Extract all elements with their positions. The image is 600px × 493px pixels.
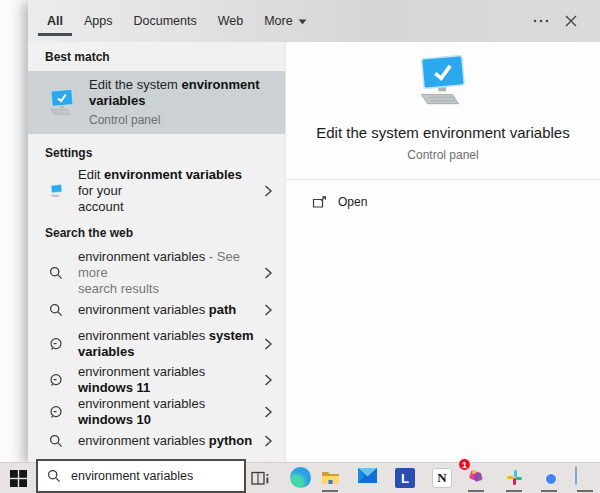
notion-icon[interactable]: N xyxy=(432,468,453,489)
settings-result-env-vars-account[interactable]: Edit environment variables for your acco… xyxy=(28,167,285,215)
l-app-icon[interactable]: L xyxy=(395,468,416,489)
open-label: Open xyxy=(338,195,367,209)
web-suggestion-path[interactable]: environment variables path xyxy=(28,297,285,323)
tab-documents-label: Documents xyxy=(133,14,196,28)
tab-web[interactable]: Web xyxy=(216,0,245,42)
tab-all-label: All xyxy=(47,14,63,28)
suggestion-bubble-icon xyxy=(45,373,67,387)
preview-subtitle: Control panel xyxy=(407,148,478,162)
web-suggestion-windows-10[interactable]: environment variables windows 10 xyxy=(28,396,285,428)
taskbar-search-box[interactable] xyxy=(36,459,246,493)
tab-apps-label: Apps xyxy=(84,14,113,28)
notepad-icon[interactable] xyxy=(575,467,596,488)
best-match-subtitle: Control panel xyxy=(89,112,273,128)
close-button[interactable] xyxy=(556,0,586,42)
monitor-check-icon xyxy=(412,55,474,113)
suggestion-bubble-icon xyxy=(45,337,67,351)
start-button[interactable] xyxy=(8,469,29,488)
search-icon xyxy=(45,303,67,317)
results-pane: Best match Edit the system environment v… xyxy=(28,42,285,462)
search-icon xyxy=(47,469,61,483)
best-match-result[interactable]: Edit the system environment variables Co… xyxy=(28,71,285,134)
web-suggestions-list: environment variables - See more search … xyxy=(28,249,285,462)
running-indicator xyxy=(468,490,484,492)
settings-result-text: Edit environment variables for your acco… xyxy=(78,167,257,215)
web-suggestion-python[interactable]: environment variables python xyxy=(28,428,285,454)
file-explorer-icon[interactable] xyxy=(320,467,341,488)
running-indicator xyxy=(577,490,593,492)
monitor-small-icon xyxy=(45,184,67,198)
task-view-button[interactable] xyxy=(250,470,269,487)
tab-apps[interactable]: Apps xyxy=(82,0,115,42)
mail-icon[interactable] xyxy=(357,467,378,488)
tab-all[interactable]: All xyxy=(45,0,65,42)
settings-header: Settings xyxy=(28,134,285,167)
windows-logo-icon xyxy=(10,470,27,487)
web-suggestion-system-variables[interactable]: environment variables system variables xyxy=(28,323,285,364)
suggestion-bubble-icon xyxy=(45,405,67,419)
search-flyout: All Apps Documents Web More xyxy=(28,0,600,462)
search-input[interactable] xyxy=(69,468,238,484)
open-action[interactable]: Open xyxy=(286,180,600,209)
divider xyxy=(286,179,600,180)
preview-pane: Edit the system environment variables Co… xyxy=(285,42,600,462)
ellipsis-menu-button[interactable] xyxy=(526,0,556,42)
web-suggestion-see-more[interactable]: environment variables - See more search … xyxy=(28,249,285,297)
running-indicator xyxy=(322,490,338,492)
ellipsis-icon xyxy=(533,19,549,23)
tab-more-label: More xyxy=(264,14,292,28)
search-the-web-header: Search the web xyxy=(28,215,285,247)
running-indicator xyxy=(541,490,557,492)
search-filter-tabbar: All Apps Documents Web More xyxy=(28,0,600,42)
search-icon xyxy=(45,434,67,448)
chevron-right-icon xyxy=(257,337,273,351)
open-external-icon xyxy=(312,196,327,209)
close-icon xyxy=(565,15,577,27)
best-match-header: Best match xyxy=(28,42,285,71)
windows-search-screen: All Apps Documents Web More xyxy=(0,0,600,493)
chevron-right-icon xyxy=(257,303,273,317)
running-indicator xyxy=(506,490,522,492)
tab-web-label: Web xyxy=(218,14,243,28)
chevron-right-icon xyxy=(257,405,273,419)
edge-icon[interactable] xyxy=(290,467,311,488)
chevron-right-icon xyxy=(257,184,273,198)
chevron-right-icon xyxy=(257,373,273,387)
chevron-right-icon xyxy=(257,266,273,280)
active-tab-underline xyxy=(38,33,72,36)
best-match-text: Edit the system environment variables Co… xyxy=(89,77,273,128)
notification-badge: 1 xyxy=(458,458,471,471)
taskbar: L N 1 xyxy=(0,462,600,493)
tab-documents[interactable]: Documents xyxy=(131,0,198,42)
task-view-icon xyxy=(251,471,269,486)
web-suggestion-windows-11[interactable]: environment variables windows 11 xyxy=(28,364,285,396)
preview-title: Edit the system environment variables xyxy=(316,124,569,141)
monitor-check-icon xyxy=(45,89,79,117)
search-icon xyxy=(45,266,67,280)
chevron-right-icon xyxy=(257,434,273,448)
chevron-down-icon xyxy=(298,14,307,28)
tab-more[interactable]: More xyxy=(262,0,308,42)
